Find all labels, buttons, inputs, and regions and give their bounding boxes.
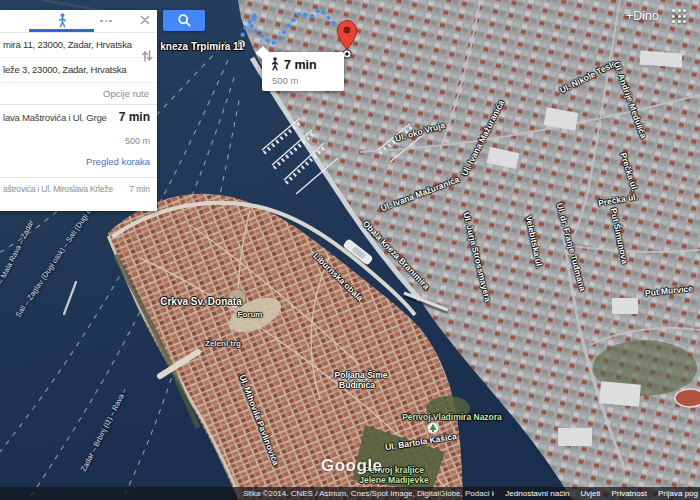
tab-walking-mode[interactable] bbox=[52, 12, 72, 30]
walking-icon bbox=[270, 57, 280, 72]
attribution-link[interactable]: Uvjeti bbox=[580, 489, 600, 498]
google-logo-watermark[interactable]: Google bbox=[321, 456, 383, 476]
endpoint-fields: mira 11, 23000, Zadar, Hrvatska leže 3, … bbox=[0, 33, 157, 83]
alt-route-via: aštrovića i Ul. Miroslava Krleže bbox=[3, 184, 129, 194]
attribution-link[interactable]: Prijava pog bbox=[658, 489, 698, 498]
primary-route-duration: 7 min bbox=[119, 110, 150, 124]
search-icon bbox=[177, 13, 192, 28]
profile-link[interactable]: +Dino bbox=[626, 9, 659, 23]
walking-icon bbox=[57, 13, 68, 29]
search-button[interactable] bbox=[163, 10, 205, 31]
route-options-link[interactable]: Opcije rute bbox=[0, 83, 157, 105]
directions-panel: mira 11, 23000, Zadar, Hrvatska leže 3, … bbox=[0, 10, 157, 211]
attribution-link[interactable]: Privatnost bbox=[611, 489, 647, 498]
monument-poi-icon[interactable] bbox=[229, 297, 240, 308]
swap-endpoints-button[interactable] bbox=[141, 45, 153, 67]
alternative-route-row[interactable]: aštrovića i Ul. Miroslava Krleže 7 min bbox=[0, 177, 157, 194]
google-maps-window: kneza Trpimira 11Ul. oko VrujaUl. Ivana … bbox=[0, 0, 700, 500]
route-popup[interactable]: 7 min 500 m bbox=[262, 52, 344, 91]
popup-distance: 500 m bbox=[272, 75, 336, 86]
attribution-links: Jednostavni načinUvjetiPrivatnostPrijava… bbox=[494, 489, 700, 498]
route-start-marker[interactable] bbox=[237, 40, 246, 49]
google-bar: +Dino bbox=[626, 9, 686, 23]
more-travel-modes-button[interactable] bbox=[96, 14, 116, 28]
destination-field[interactable]: leže 3, 23000, Zadar, Hrvatska bbox=[0, 58, 157, 82]
route-steps-link[interactable]: Pregled koraka bbox=[3, 156, 150, 167]
close-icon bbox=[138, 13, 152, 27]
primary-route-summary[interactable]: lava Maštrovića i Ul. Grge 7 min 500 m P… bbox=[0, 105, 157, 171]
close-directions-button[interactable] bbox=[138, 13, 152, 27]
alt-route-duration: 7 min bbox=[129, 184, 150, 194]
attribution-link[interactable]: Jednostavni način bbox=[505, 489, 569, 498]
swap-arrows-icon bbox=[141, 45, 153, 67]
map-credits: Slika ©2014. CNES / Astrium, Cnes/Spot I… bbox=[0, 489, 494, 498]
travel-mode-tabs bbox=[0, 10, 157, 33]
park-tree-poi-icon[interactable] bbox=[428, 423, 439, 434]
primary-route-via: lava Maštrovića i Ul. Grge bbox=[3, 112, 116, 123]
destination-value: leže 3, 23000, Zadar, Hrvatska bbox=[3, 64, 126, 75]
attribution-bar: Slika ©2014. CNES / Astrium, Cnes/Spot I… bbox=[0, 487, 700, 500]
route-end-marker[interactable] bbox=[343, 50, 351, 58]
primary-route-distance: 500 m bbox=[3, 136, 150, 146]
origin-field[interactable]: mira 11, 23000, Zadar, Hrvatska bbox=[0, 33, 157, 58]
origin-value: mira 11, 23000, Zadar, Hrvatska bbox=[3, 39, 132, 50]
apps-grid-icon[interactable] bbox=[672, 9, 686, 23]
popup-duration: 7 min bbox=[284, 58, 317, 72]
active-tab-indicator bbox=[29, 29, 94, 32]
